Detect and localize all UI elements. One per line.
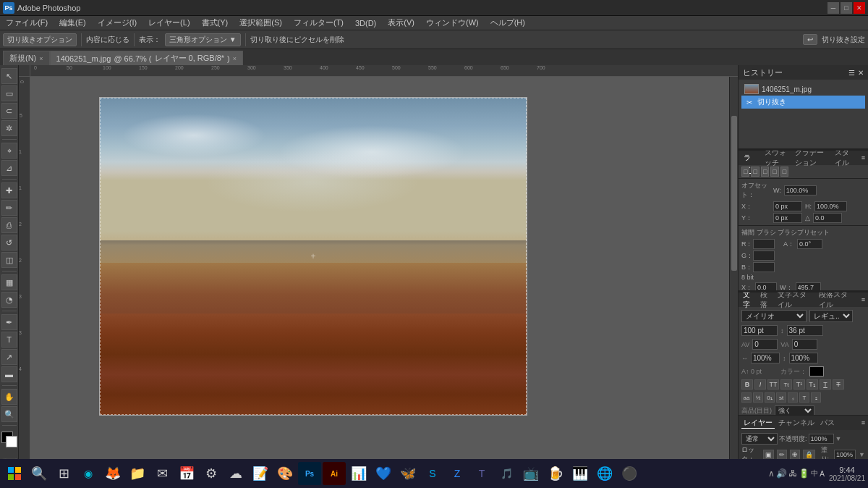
a-input[interactable] <box>797 239 822 249</box>
menu-select[interactable]: 選択範囲(S) <box>237 17 285 28</box>
taskbar-onenote[interactable]: 📝 <box>249 462 272 485</box>
gradient-tool[interactable]: ▦ <box>1 274 17 290</box>
tab-character[interactable]: 文字 <box>741 293 756 311</box>
color-tool-5[interactable]: □ <box>780 167 788 177</box>
font-style-select[interactable]: レギュ... <box>809 310 853 322</box>
tab-new[interactable]: 新規(N) × <box>3 51 50 65</box>
taskbar-onedrive[interactable]: ☁ <box>224 462 247 485</box>
move-tool[interactable]: ↖ <box>1 68 17 84</box>
italic-btn[interactable]: I <box>754 379 766 390</box>
taskbar-explorer[interactable]: 📁 <box>126 462 149 485</box>
tab-swatches[interactable]: スウォッチ <box>762 151 790 168</box>
character-panel-menu[interactable]: ≡ <box>861 296 865 303</box>
lock-paint-btn[interactable]: ✏ <box>777 450 787 460</box>
minimize-button[interactable]: ─ <box>827 2 839 14</box>
contextual-btn[interactable]: ₂ <box>811 392 821 403</box>
tab-image-close[interactable]: × <box>233 55 237 62</box>
crop-options-btn[interactable]: 切り抜きオプション <box>3 33 77 46</box>
color-swatches[interactable] <box>1 432 17 447</box>
hand-tool[interactable]: ✋ <box>1 389 17 405</box>
lock-transparent-btn[interactable]: ▣ <box>763 450 774 460</box>
menu-image[interactable]: イメージ(I) <box>95 17 140 28</box>
angle-input[interactable] <box>813 213 842 223</box>
tab-gradient[interactable]: グラデーション <box>793 151 830 168</box>
opacity-input[interactable] <box>809 434 834 444</box>
tab-paths[interactable]: パス <box>818 418 837 428</box>
color-tool-2[interactable]: □ <box>751 167 759 177</box>
scale-v-input[interactable] <box>789 353 818 363</box>
tray-lang[interactable]: A <box>820 470 825 478</box>
history-panel-menu[interactable]: ☰ <box>848 69 855 77</box>
g-input[interactable] <box>753 251 775 261</box>
canvas-viewport[interactable]: + <box>30 77 738 474</box>
taskbar-browser[interactable]: 🌐 <box>593 462 616 485</box>
smallcaps-btn[interactable]: Tt <box>780 379 792 390</box>
taskbar-circle[interactable]: ⚫ <box>618 462 641 485</box>
close-button[interactable]: ✕ <box>854 2 865 14</box>
y-input[interactable] <box>773 213 802 223</box>
grid-options-btn[interactable]: 三角形オプション ▼ <box>165 33 241 46</box>
undo-btn[interactable]: ↩ <box>803 34 817 45</box>
tracking-input[interactable] <box>752 339 778 350</box>
h-input[interactable] <box>814 201 847 211</box>
scale-h-input[interactable] <box>751 353 780 363</box>
history-item-0[interactable]: 1406251_m.jpg <box>741 83 865 96</box>
eyedropper-tool[interactable]: ⊿ <box>1 160 17 176</box>
taskbar-piano[interactable]: 🎹 <box>569 462 592 485</box>
color-tool-4[interactable]: □ <box>770 167 778 177</box>
type-tool[interactable]: T <box>1 332 17 348</box>
taskbar-edge[interactable]: ◉ <box>77 462 100 485</box>
background-color[interactable] <box>6 436 17 447</box>
menu-layer[interactable]: レイヤー(L) <box>145 17 192 28</box>
taskbar-zoom[interactable]: Z <box>446 462 469 485</box>
tab-char-styles[interactable]: 文字スタイル <box>776 293 814 310</box>
clone-tool[interactable]: ⎙ <box>1 217 17 233</box>
pen-tool[interactable]: ✒ <box>1 314 17 330</box>
healing-tool[interactable]: ✚ <box>1 182 17 198</box>
taskbar-teams[interactable]: T <box>470 462 493 485</box>
maximize-button[interactable]: □ <box>841 2 852 14</box>
lasso-tool[interactable]: ⊂ <box>1 103 17 119</box>
clock[interactable]: 9:44 2021/08/21 <box>829 466 865 482</box>
tray-battery[interactable]: 🔋 <box>799 468 809 479</box>
menu-help[interactable]: ヘルプ(H) <box>488 17 528 28</box>
leading-input[interactable] <box>787 325 823 336</box>
taskbar-butterfly[interactable]: 🦋 <box>396 462 420 485</box>
history-item-1[interactable]: ✂ 切り抜き <box>741 96 865 109</box>
oldstyle-btn[interactable]: 0₁ <box>765 392 775 403</box>
font-size-input[interactable] <box>741 325 778 336</box>
text-color-swatch[interactable] <box>809 366 824 376</box>
title-bar-controls[interactable]: ─ □ ✕ <box>827 2 865 14</box>
blend-mode-select[interactable]: 通常 <box>741 433 778 445</box>
fill-input[interactable] <box>834 450 856 460</box>
taskbar-taskview[interactable]: ⊞ <box>52 462 75 485</box>
swash-btn[interactable]: ⟓ <box>788 392 798 403</box>
zoom-tool[interactable]: 🔍 <box>1 406 17 422</box>
menu-edit[interactable]: 編集(E) <box>56 17 89 28</box>
allcaps-btn[interactable]: TT <box>767 379 779 390</box>
magic-wand-tool[interactable]: ✲ <box>1 120 17 136</box>
ordinal-btn[interactable]: st <box>776 392 786 403</box>
menu-type[interactable]: 書式(Y) <box>199 17 231 28</box>
history-brush-tool[interactable]: ↺ <box>1 235 17 251</box>
v-scrollbar[interactable] <box>729 77 738 465</box>
tray-chevron[interactable]: ∧ <box>768 468 775 479</box>
lock-all-btn[interactable]: 🔒 <box>803 450 815 460</box>
w-px-input[interactable] <box>796 282 821 291</box>
path-selection-tool[interactable]: ↗ <box>1 349 17 365</box>
taskbar-firefox[interactable]: 🦊 <box>101 462 124 485</box>
color-tool-1[interactable]: □ <box>741 167 749 177</box>
brush-tool[interactable]: ✏ <box>1 200 17 216</box>
eraser-tool[interactable]: ◫ <box>1 252 17 268</box>
subscript-btn[interactable]: T₁ <box>807 379 818 390</box>
tab-new-close[interactable]: × <box>39 55 43 62</box>
taskbar-excel[interactable]: 📊 <box>347 462 370 485</box>
tab-channels[interactable]: チャンネル <box>776 418 817 428</box>
font-family-select[interactable]: メイリオ <box>741 310 807 322</box>
layers-panel-menu[interactable]: ≡ <box>861 419 865 426</box>
frac-btn[interactable]: ½ <box>753 392 763 403</box>
taskbar-ps[interactable]: Ps <box>298 462 321 485</box>
b-input[interactable] <box>753 262 775 272</box>
tab-paragraph[interactable]: 段落 <box>759 293 773 310</box>
superscript-btn[interactable]: T¹ <box>793 379 805 390</box>
